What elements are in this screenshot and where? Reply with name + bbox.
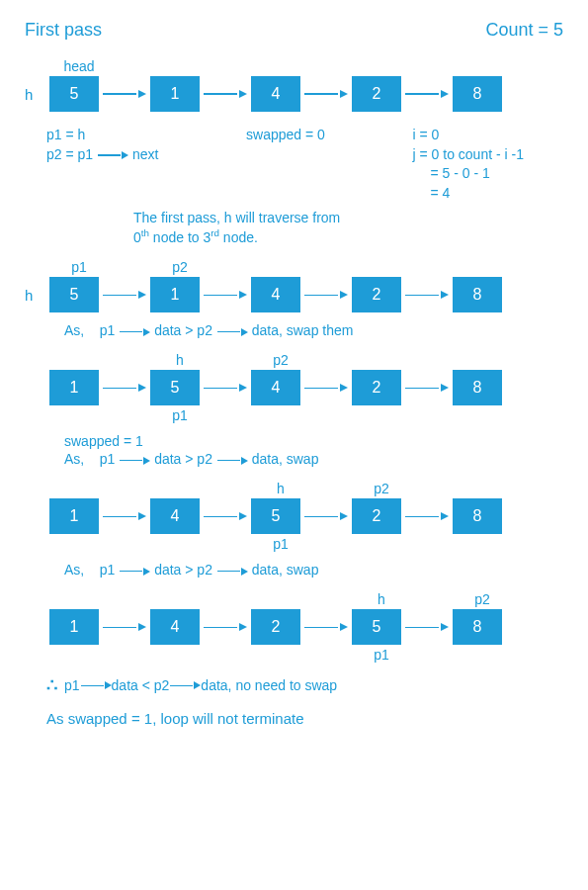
top-labels-4: h p2 bbox=[25, 481, 563, 496]
arrow-icon bbox=[169, 681, 201, 689]
top-labels-2: p1 p2 bbox=[25, 259, 563, 275]
arrow-icon bbox=[200, 93, 251, 95]
swapped-line: swapped = 1 bbox=[25, 433, 563, 449]
arrow-icon bbox=[97, 151, 128, 159]
node-row-2: h 5 1 4 2 8 bbox=[25, 277, 563, 312]
node: 2 bbox=[251, 609, 300, 645]
ann-left: p1 = h p2 = p1 next bbox=[25, 126, 158, 203]
node: 5 bbox=[251, 498, 300, 534]
node: 8 bbox=[453, 277, 502, 312]
node: 4 bbox=[150, 498, 200, 534]
label-p1: p1 bbox=[155, 407, 205, 423]
arrow-icon bbox=[200, 294, 251, 296]
node-row-5: 1 4 2 5 8 bbox=[25, 609, 563, 645]
node: 1 bbox=[49, 498, 99, 534]
node: 5 bbox=[49, 76, 99, 112]
arrow-icon bbox=[200, 387, 251, 389]
h-label: h bbox=[25, 287, 49, 304]
node: 2 bbox=[352, 370, 401, 405]
arrow-icon bbox=[300, 515, 352, 517]
label-p1: p1 bbox=[256, 536, 305, 552]
bot-labels-5: p1 bbox=[25, 647, 563, 663]
node: 5 bbox=[49, 277, 99, 312]
ann-j1: j = 0 to count - i -1 bbox=[413, 145, 524, 165]
arrow-icon bbox=[99, 626, 150, 628]
annotation-row: p1 = h p2 = p1 next swapped = 0 i = 0 j … bbox=[25, 126, 563, 203]
label-p2: p2 bbox=[357, 481, 406, 496]
node: 4 bbox=[251, 76, 300, 112]
node: 8 bbox=[453, 76, 502, 112]
bot-labels-3: p1 bbox=[25, 407, 563, 423]
ann-mid: swapped = 0 bbox=[246, 126, 325, 203]
arrow-icon bbox=[216, 457, 248, 465]
arrow-icon bbox=[99, 294, 150, 296]
label-p2: p2 bbox=[155, 259, 205, 275]
node: 4 bbox=[251, 277, 300, 312]
swap-line-3: As, p1 data > p2 data, swap bbox=[25, 562, 563, 578]
ann-j2: = 5 - 0 - 1 bbox=[413, 164, 524, 184]
arrow-icon bbox=[300, 626, 352, 628]
node: 1 bbox=[150, 76, 200, 112]
swap-line-2: As, p1 data > p2 data, swap bbox=[25, 451, 563, 467]
arrow-icon bbox=[80, 681, 112, 689]
ann-p1: p1 = h bbox=[46, 126, 158, 145]
node: 5 bbox=[352, 609, 401, 645]
arrow-icon bbox=[99, 515, 150, 517]
top-labels-1: head bbox=[25, 58, 563, 74]
swap-line-1: As, p1 data > p2 data, swap them bbox=[25, 322, 563, 338]
node-row-1: h 5 1 4 2 8 bbox=[25, 76, 563, 112]
arrow-icon bbox=[401, 626, 453, 628]
arrow-icon bbox=[119, 328, 150, 336]
top-labels-3: h p2 bbox=[25, 352, 563, 368]
node: 2 bbox=[352, 277, 401, 312]
noswap-line: ∴ p1 data < p2 data, no need to swap bbox=[25, 674, 563, 696]
label-p1: p1 bbox=[357, 647, 406, 663]
ann-right: i = 0 j = 0 to count - i -1 = 5 - 0 - 1 … bbox=[413, 126, 563, 203]
ann-p2: p2 = p1 next bbox=[46, 145, 158, 165]
arrow-icon bbox=[401, 294, 453, 296]
header-row: First pass Count = 5 bbox=[25, 20, 563, 41]
label-p2: p2 bbox=[458, 591, 507, 607]
node: 4 bbox=[251, 370, 300, 405]
node: 5 bbox=[150, 370, 200, 405]
label-p2: p2 bbox=[256, 352, 305, 368]
title: First pass bbox=[25, 20, 102, 41]
arrow-icon bbox=[99, 387, 150, 389]
arrow-icon bbox=[200, 626, 251, 628]
diagram-row-1: head h 5 1 4 2 8 bbox=[25, 58, 563, 112]
ann-swapped: swapped = 0 bbox=[246, 126, 325, 145]
node: 2 bbox=[352, 498, 401, 534]
arrow-icon bbox=[300, 93, 352, 95]
final-text: As swapped = 1, loop will not terminate bbox=[25, 710, 563, 727]
node: 1 bbox=[49, 609, 99, 645]
node: 1 bbox=[49, 370, 99, 405]
node: 8 bbox=[453, 609, 502, 645]
arrow-icon bbox=[300, 294, 352, 296]
node: 2 bbox=[352, 76, 401, 112]
label-head: head bbox=[54, 58, 104, 74]
ann-i: i = 0 bbox=[413, 126, 524, 145]
arrow-icon bbox=[216, 568, 248, 576]
traverse-text: The first pass, h will traverse from 0th… bbox=[133, 209, 563, 245]
arrow-icon bbox=[401, 387, 453, 389]
h-label: h bbox=[25, 86, 49, 103]
label-p1: p1 bbox=[54, 259, 104, 275]
therefore-icon: ∴ bbox=[46, 674, 56, 696]
arrow-icon bbox=[119, 457, 150, 465]
bot-labels-4: p1 bbox=[25, 536, 563, 552]
node-row-4: 1 4 5 2 8 bbox=[25, 498, 563, 534]
node: 8 bbox=[453, 370, 502, 405]
diagram-row-5: h p2 1 4 2 5 8 p1 bbox=[25, 591, 563, 663]
arrow-icon bbox=[401, 515, 453, 517]
top-labels-5: h p2 bbox=[25, 591, 563, 607]
node-row-3: 1 5 4 2 8 bbox=[25, 370, 563, 405]
node: 1 bbox=[150, 277, 200, 312]
arrow-icon bbox=[216, 328, 248, 336]
node: 4 bbox=[150, 609, 200, 645]
node: 8 bbox=[453, 498, 502, 534]
diagram-row-4: h p2 1 4 5 2 8 p1 bbox=[25, 481, 563, 552]
arrow-icon bbox=[200, 515, 251, 517]
arrow-icon bbox=[99, 93, 150, 95]
arrow-icon bbox=[119, 568, 150, 576]
diagram-row-3: h p2 1 5 4 2 8 p1 bbox=[25, 352, 563, 423]
